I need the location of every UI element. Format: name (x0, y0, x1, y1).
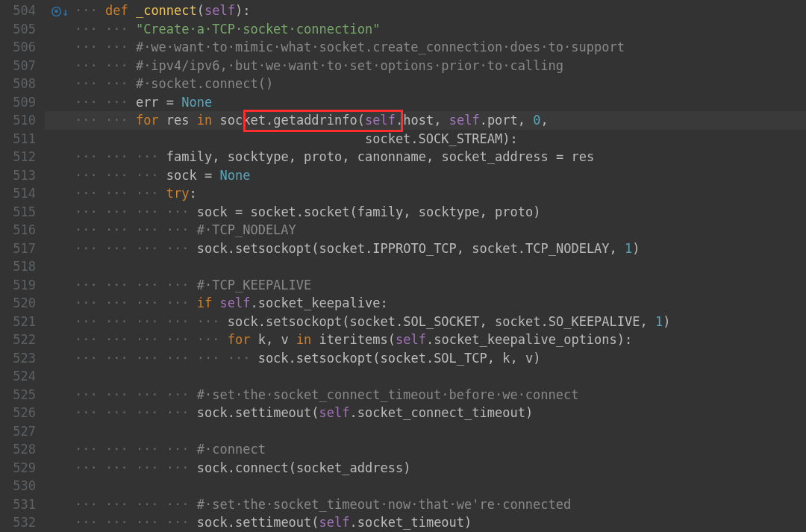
line-number: 504 (6, 1, 36, 20)
line-number: 526 (6, 404, 36, 422)
line-number: 524 (6, 367, 36, 386)
code-line[interactable]: ··· ··· ··· ··· #·set·the·socket_connect… (75, 386, 579, 404)
line-number: 531 (6, 495, 36, 514)
code-line[interactable]: socket.SOCK_STREAM): (75, 130, 518, 148)
indent-guide: ··· ··· (75, 22, 136, 37)
code-line[interactable]: ··· ··· ··· ··· sock.settimeout(self.soc… (75, 513, 472, 532)
line-number: 520 (6, 294, 36, 313)
indent-guide: ··· ··· ··· ··· (75, 405, 197, 420)
code-line[interactable]: ··· ··· ··· ··· if self.socket_keepalive… (75, 294, 388, 313)
code-line[interactable]: ··· ··· for res in socket.getaddrinfo(se… (75, 111, 549, 130)
line-number: 532 (6, 513, 36, 532)
code-line[interactable]: ··· ··· ··· ··· #·set·the·socket_timeout… (75, 495, 571, 514)
code-editor[interactable]: 5045055065075085095105115125135145155165… (0, 0, 806, 532)
line-number: 527 (6, 422, 36, 441)
line-number: 518 (6, 257, 36, 276)
code-line[interactable]: ··· ··· ··· ··· sock.connect(socket_addr… (75, 459, 410, 478)
indent-guide: ··· ··· ··· ··· (75, 204, 197, 219)
code-line[interactable]: ··· ··· "Create·a·TCP·socket·connection" (75, 20, 380, 39)
line-number: 521 (6, 313, 36, 331)
code-line[interactable]: ··· ··· #·socket.connect() (75, 75, 273, 93)
line-number: 513 (6, 166, 36, 185)
code-line[interactable]: ··· ··· ··· ··· ··· for k, v in iteritem… (75, 331, 632, 349)
code-line[interactable]: ··· def _connect(self): (75, 1, 250, 20)
indent-guide: ··· ··· ··· (75, 168, 166, 183)
indent-guide: ··· ··· ··· ··· (75, 460, 197, 475)
code-line[interactable]: ··· ··· ··· sock = None (75, 166, 250, 185)
line-number: 505 (6, 20, 36, 39)
line-number: 517 (6, 240, 36, 258)
line-number: 515 (6, 203, 36, 222)
line-number: 512 (6, 148, 36, 166)
code-line[interactable]: ··· ··· #·we·want·to·mimic·what·socket.c… (75, 38, 625, 57)
line-number: 511 (6, 130, 36, 148)
indent-guide: ··· ··· (75, 40, 136, 54)
code-line[interactable]: ··· ··· ··· ··· ··· sock.setsockopt(sock… (75, 313, 671, 331)
indent-guide: ··· ··· ··· ··· ··· (75, 314, 228, 329)
code-line[interactable]: ··· ··· ··· try: (75, 184, 197, 203)
line-number: 508 (6, 75, 36, 93)
override-gutter-icon[interactable]: ⦿↓ (51, 3, 69, 22)
line-number: 530 (6, 477, 36, 495)
line-number: 529 (6, 459, 36, 478)
indent-guide: ··· ··· (75, 95, 136, 110)
line-number: 509 (6, 93, 36, 112)
line-number: 514 (6, 184, 36, 203)
indent-guide: ··· ··· ··· (75, 186, 166, 201)
code-line[interactable]: ··· ··· #·ipv4/ipv6,·but·we·want·to·set·… (75, 57, 563, 75)
indent-guide: ··· ··· ··· ··· (75, 442, 197, 457)
code-area[interactable]: ··· def _connect(self):··· ··· "Create·a… (75, 0, 806, 532)
line-number: 528 (6, 440, 36, 459)
code-line[interactable]: ··· ··· ··· ··· sock.setsockopt(socket.I… (75, 240, 640, 258)
code-line[interactable]: ··· ··· ··· ··· sock.settimeout(self.soc… (75, 404, 533, 422)
line-number: 507 (6, 57, 36, 75)
line-number-gutter[interactable]: 5045055065075085095105115125135145155165… (0, 0, 45, 532)
indent-guide: ··· ··· ··· ··· ··· ··· (75, 351, 258, 366)
indent-guide: ··· ··· ··· ··· (75, 497, 197, 512)
indent-guide: ··· ··· ··· ··· (75, 295, 197, 310)
line-number: 519 (6, 276, 36, 295)
code-line[interactable]: ··· ··· ··· ··· #·TCP_NODELAY (75, 221, 296, 240)
indent-guide: ··· (75, 3, 105, 18)
indent-guide: ··· ··· ··· (75, 149, 166, 164)
indent-guide: ··· ··· ··· ··· ··· (75, 332, 228, 347)
indent-guide: ··· ··· ··· ··· (75, 387, 197, 402)
indent-guide: ··· ··· ··· ··· (75, 278, 197, 292)
indent-guide: ··· ··· (75, 58, 136, 73)
line-number: 523 (6, 349, 36, 368)
line-number: 510 (6, 111, 36, 130)
gutter-marks[interactable]: ⦿↓ (48, 0, 75, 532)
indent-guide: ··· ··· (75, 113, 136, 128)
line-number: 516 (6, 221, 36, 240)
code-line[interactable]: ··· ··· ··· family, socktype, proto, can… (75, 148, 594, 166)
line-number: 506 (6, 38, 36, 57)
indent-guide: ··· ··· (75, 76, 136, 91)
indent-guide: ··· ··· ··· ··· (75, 515, 197, 530)
code-line[interactable]: ··· ··· ··· ··· sock = socket.socket(fam… (75, 203, 541, 222)
code-line[interactable]: ··· ··· ··· ··· ··· ··· sock.setsockopt(… (75, 349, 541, 368)
code-line[interactable]: ··· ··· ··· ··· #·connect (75, 440, 266, 459)
indent-guide: ··· ··· ··· ··· (75, 241, 197, 256)
code-line[interactable]: ··· ··· err = None (75, 93, 212, 112)
line-number: 522 (6, 331, 36, 349)
code-line[interactable]: ··· ··· ··· ··· #·TCP_KEEPALIVE (75, 276, 311, 295)
indent-guide: ··· ··· ··· ··· (75, 222, 197, 237)
line-number: 525 (6, 386, 36, 404)
